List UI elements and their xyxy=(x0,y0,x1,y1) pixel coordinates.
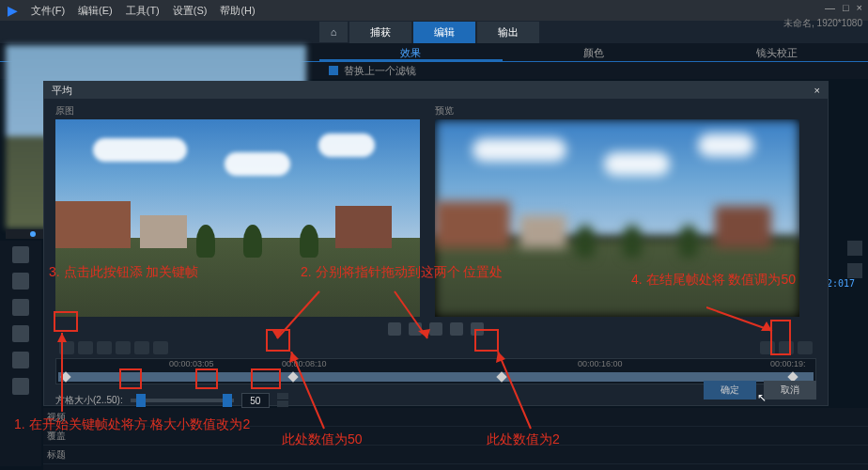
app-logo: ▶ xyxy=(8,3,18,18)
param-row: 方格大小(2..50): xyxy=(55,390,816,411)
gridsize-input[interactable] xyxy=(241,393,270,408)
menu-tool[interactable]: 工具(T) xyxy=(126,4,160,18)
time-marker: 00:00:16:00 xyxy=(578,359,623,368)
replace-filter-label: 替换上一个滤镜 xyxy=(344,64,416,78)
tool-icon[interactable] xyxy=(12,273,29,290)
time-marker: 00:00:19: xyxy=(770,359,806,368)
minimize-icon[interactable]: — xyxy=(825,2,835,13)
checkbox-icon[interactable] xyxy=(329,66,338,75)
maximize-icon[interactable]: □ xyxy=(843,2,849,13)
tool-icon[interactable] xyxy=(12,246,29,263)
spinner[interactable] xyxy=(277,393,288,408)
side-tool[interactable] xyxy=(847,241,862,256)
project-info: 未命名, 1920*1080 xyxy=(783,17,862,30)
filter-dialog: 平均 × 原图 预览 xyxy=(43,81,829,406)
home-tab[interactable]: ⌂ xyxy=(319,22,348,42)
time-marker: 00:00:03:05 xyxy=(169,359,214,368)
dialog-title: 平均 xyxy=(52,84,72,98)
play-icon[interactable] xyxy=(429,322,442,336)
playback-controls xyxy=(55,321,816,337)
menu-help[interactable]: 帮助(H) xyxy=(220,4,255,18)
tool-icon[interactable] xyxy=(12,299,29,316)
keyframe-timeline[interactable]: 00:00:03:05 00:00:08:10 00:00:16:00 00:0… xyxy=(55,358,816,384)
subtab-color[interactable]: 颜色 xyxy=(503,43,686,61)
kf-tool[interactable] xyxy=(78,341,93,354)
slider-thumb-end[interactable] xyxy=(223,394,232,407)
subtab-effect[interactable]: 效果 xyxy=(319,43,503,61)
gridsize-slider[interactable] xyxy=(131,399,234,402)
effect-preview xyxy=(435,119,799,317)
rewind-icon[interactable] xyxy=(409,322,422,336)
window-controls: — □ × xyxy=(825,2,862,13)
time-marker: 00:00:08:10 xyxy=(282,359,327,368)
next-frame-icon[interactable] xyxy=(471,322,484,336)
forward-icon[interactable] xyxy=(450,322,463,336)
ok-button[interactable]: 确定 xyxy=(704,381,756,400)
menu-bar: ▶ 文件(F) 编辑(E) 工具(T) 设置(S) 帮助(H) xyxy=(0,0,868,21)
tool-icon[interactable] xyxy=(12,378,29,395)
slider-thumb-start[interactable] xyxy=(136,394,146,407)
close-icon[interactable]: × xyxy=(857,2,862,13)
kf-tool[interactable] xyxy=(116,341,131,354)
track-title[interactable]: 标题 xyxy=(43,446,868,464)
menu-edit[interactable]: 编辑(E) xyxy=(78,4,113,18)
kf-tool[interactable] xyxy=(134,341,149,354)
gridsize-label: 方格大小(2..50): xyxy=(55,394,123,407)
original-label: 原图 xyxy=(55,104,420,118)
preview-label: 预览 xyxy=(435,104,454,118)
track-overlay[interactable]: 覆盖 xyxy=(43,427,868,446)
cancel-button[interactable]: 取消 xyxy=(764,381,816,400)
side-tool[interactable] xyxy=(847,263,862,278)
cursor-icon: ↖ xyxy=(757,391,767,404)
left-toolbar xyxy=(0,241,41,466)
tool-icon[interactable] xyxy=(12,325,29,342)
kf-tool[interactable] xyxy=(97,341,112,354)
menu-file[interactable]: 文件(F) xyxy=(31,4,65,18)
original-preview xyxy=(55,119,420,317)
keyframe-track[interactable] xyxy=(58,372,814,382)
dialog-header: 平均 × xyxy=(44,82,828,99)
tab-edit[interactable]: 编辑 xyxy=(413,22,475,43)
subtab-lens[interactable]: 镜头校正 xyxy=(685,43,868,61)
zoom-icon[interactable] xyxy=(760,341,775,354)
add-keyframe-button[interactable] xyxy=(59,341,74,354)
kf-tool[interactable] xyxy=(153,341,168,354)
zoom-icon[interactable] xyxy=(779,341,794,354)
tab-capture[interactable]: 捕获 xyxy=(349,22,411,43)
main-tabs: ⌂ 捕获 编辑 输出 xyxy=(0,21,868,43)
zoom-icon[interactable] xyxy=(798,341,813,354)
tool-icon[interactable] xyxy=(12,352,29,368)
prev-frame-icon[interactable] xyxy=(388,322,401,336)
menu-settings[interactable]: 设置(S) xyxy=(173,4,208,18)
keyframe-toolbar xyxy=(55,339,816,356)
tab-output[interactable]: 输出 xyxy=(477,22,539,43)
side-tools xyxy=(847,241,864,278)
timeline-tracks: 视频 覆盖 标题 xyxy=(43,408,868,470)
close-icon[interactable]: × xyxy=(814,85,820,96)
